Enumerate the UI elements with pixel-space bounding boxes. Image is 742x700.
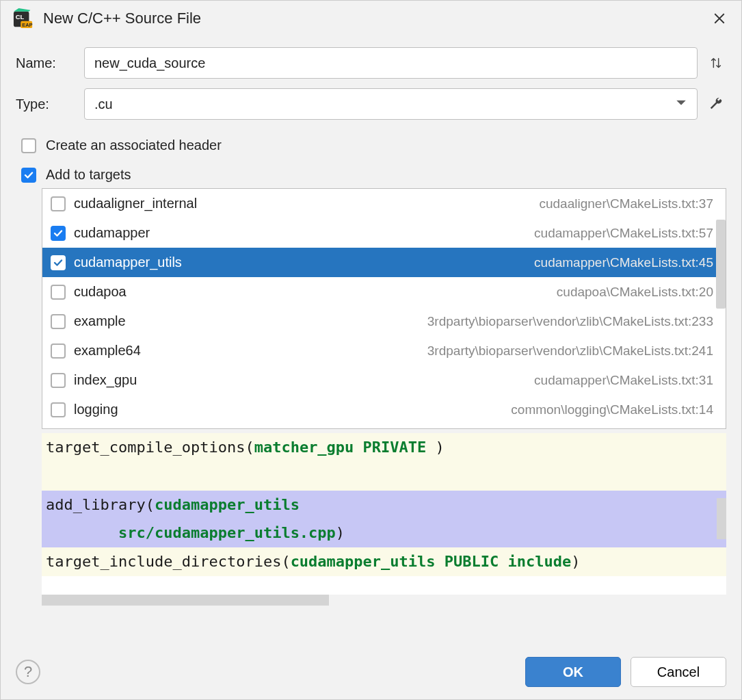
name-row: Name: bbox=[16, 47, 726, 79]
target-name: index_gpu bbox=[74, 372, 526, 388]
target-path: 3rdparty\bioparser\vendor\zlib\CMakeList… bbox=[427, 314, 713, 329]
target-checkbox[interactable] bbox=[51, 402, 66, 417]
type-value: .cu bbox=[94, 96, 113, 112]
target-name: cudaaligner_internal bbox=[74, 196, 531, 211]
target-checkbox[interactable] bbox=[51, 343, 66, 359]
code-line: target_compile_options(matcher_gpu PRIVA… bbox=[42, 433, 726, 462]
form-area: Name: Type: .cu bbox=[1, 32, 741, 183]
create-header-checkbox[interactable] bbox=[21, 138, 36, 153]
target-path: cudamapper\CMakeLists.txt:31 bbox=[534, 373, 713, 388]
target-checkbox[interactable] bbox=[51, 196, 66, 211]
dialog-footer: ? OK Cancel bbox=[1, 646, 741, 699]
target-path: common\logging\CMakeLists.txt:14 bbox=[511, 402, 713, 417]
help-button[interactable]: ? bbox=[16, 660, 40, 684]
code-hscrollbar[interactable] bbox=[42, 595, 329, 606]
target-row[interactable]: cudamappercudamapper\CMakeLists.txt:57 bbox=[42, 218, 726, 248]
name-label: Name: bbox=[16, 55, 76, 71]
code-line: src/cudamapper_utils.cpp) bbox=[42, 519, 726, 547]
checkmark-icon bbox=[53, 257, 64, 268]
target-row[interactable]: cudapoacudapoa\CMakeLists.txt:20 bbox=[42, 277, 726, 307]
target-row[interactable]: loggingcommon\logging\CMakeLists.txt:14 bbox=[42, 395, 726, 424]
ok-button[interactable]: OK bbox=[525, 657, 621, 687]
create-header-row[interactable]: Create an associated header bbox=[21, 138, 726, 153]
target-name: cudamapper bbox=[74, 225, 526, 241]
sort-arrows-icon bbox=[708, 55, 724, 70]
code-vscrollbar[interactable] bbox=[717, 498, 726, 539]
dialog-new-source-file: CL EAP New C/C++ Source File Name: bbox=[0, 0, 742, 700]
checkmark-icon bbox=[53, 228, 64, 239]
svg-text:EAP: EAP bbox=[22, 22, 32, 28]
close-button[interactable] bbox=[707, 6, 732, 31]
target-path: cudamapper\CMakeLists.txt:57 bbox=[534, 226, 713, 241]
target-row[interactable]: example3rdparty\bioparser\vendor\zlib\CM… bbox=[42, 307, 726, 336]
target-checkbox[interactable] bbox=[51, 314, 66, 329]
targets-scrollbar[interactable] bbox=[716, 220, 726, 309]
sort-toggle-button[interactable] bbox=[706, 55, 726, 70]
target-path: cudaaligner\CMakeLists.txt:37 bbox=[539, 196, 713, 211]
target-row[interactable]: cudamapper_utilscudamapper\CMakeLists.tx… bbox=[42, 248, 726, 277]
code-line bbox=[42, 462, 726, 491]
target-row[interactable]: cudaaligner_internalcudaaligner\CMakeLis… bbox=[42, 189, 726, 218]
help-icon: ? bbox=[24, 663, 32, 681]
target-name: example64 bbox=[74, 343, 419, 359]
targets-list[interactable]: cudaaligner_internalcudaaligner\CMakeLis… bbox=[42, 188, 726, 429]
target-path: 3rdparty\bioparser\vendor\zlib\CMakeList… bbox=[427, 343, 713, 359]
target-name: cudamapper_utils bbox=[74, 255, 526, 270]
type-label: Type: bbox=[16, 96, 76, 112]
target-checkbox[interactable] bbox=[51, 226, 66, 241]
target-name: example bbox=[74, 313, 419, 329]
create-header-label: Create an associated header bbox=[46, 138, 222, 153]
target-path: cudapoa\CMakeLists.txt:20 bbox=[557, 285, 713, 300]
target-checkbox[interactable] bbox=[51, 285, 66, 300]
target-row[interactable]: example643rdparty\bioparser\vendor\zlib\… bbox=[42, 336, 726, 365]
target-checkbox[interactable] bbox=[51, 255, 66, 270]
cancel-button[interactable]: Cancel bbox=[631, 657, 726, 687]
type-row: Type: .cu bbox=[16, 88, 726, 120]
titlebar: CL EAP New C/C++ Source File bbox=[1, 1, 741, 32]
target-name: logging bbox=[74, 402, 503, 417]
code-preview: target_compile_options(matcher_gpu PRIVA… bbox=[42, 433, 726, 606]
settings-button[interactable] bbox=[706, 96, 726, 112]
add-targets-checkbox[interactable] bbox=[21, 168, 36, 183]
clion-app-icon: CL EAP bbox=[13, 8, 34, 29]
checkmark-icon bbox=[23, 170, 34, 181]
name-input[interactable] bbox=[84, 47, 698, 79]
code-line: add_library(cudamapper_utils bbox=[42, 491, 726, 519]
add-targets-label: Add to targets bbox=[46, 167, 131, 183]
svg-text:CL: CL bbox=[16, 14, 25, 21]
type-select[interactable]: .cu bbox=[84, 88, 698, 120]
target-row[interactable]: index_gpucudamapper\CMakeLists.txt:31 bbox=[42, 365, 726, 395]
add-targets-row[interactable]: Add to targets bbox=[21, 167, 726, 183]
target-checkbox[interactable] bbox=[51, 373, 66, 388]
target-path: cudamapper\CMakeLists.txt:45 bbox=[534, 255, 713, 270]
dialog-title: New C/C++ Source File bbox=[43, 10, 707, 27]
close-icon bbox=[713, 12, 726, 25]
code-line: target_include_directories(cudamapper_ut… bbox=[42, 547, 726, 576]
target-name: cudapoa bbox=[74, 284, 548, 300]
wrench-icon bbox=[708, 96, 724, 112]
code-hscroll-track[interactable] bbox=[42, 595, 726, 606]
chevron-down-icon bbox=[675, 96, 687, 112]
